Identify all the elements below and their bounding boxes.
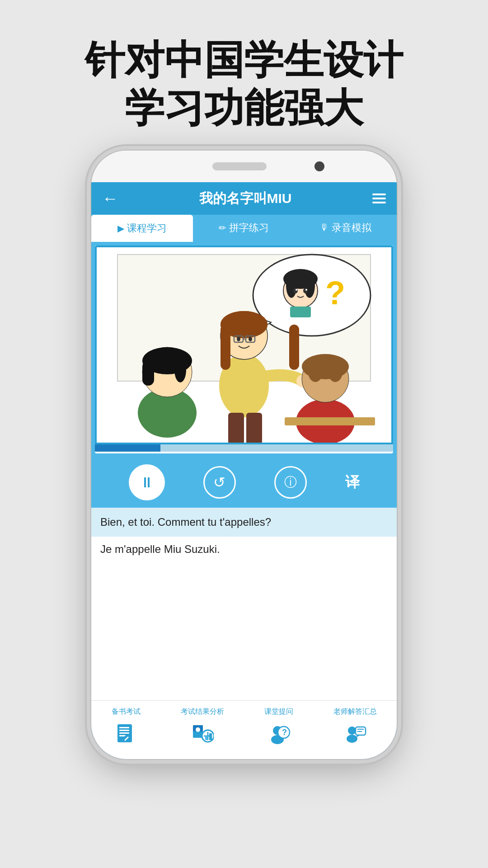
- phone-camera: [314, 161, 324, 171]
- subtitle-area-2: Je m'appelle Miu Suzuki.: [91, 537, 397, 562]
- mic-icon: 🎙: [320, 222, 329, 233]
- svg-point-51: [196, 727, 200, 732]
- svg-point-6: [286, 273, 297, 298]
- svg-point-24: [249, 337, 252, 341]
- nav-item-question[interactable]: 课堂提问 ?: [264, 707, 293, 748]
- playback-controls: ⏸ ↺ ⓘ 译: [91, 457, 397, 508]
- subtitle-area: Bien, et toi. Comment tu t'appelles?: [91, 508, 397, 537]
- phone: ← 我的名字叫MIU ▶ 课程学习 ✏ 拼字练习: [90, 150, 398, 760]
- nav-results-icon: [188, 719, 217, 748]
- bottom-nav: 备书考试: [91, 700, 397, 759]
- svg-text:?: ?: [325, 275, 345, 311]
- svg-point-38: [328, 362, 343, 382]
- menu-line-1: [372, 193, 386, 195]
- nav-teacher-label: 老师解答汇总: [333, 707, 377, 717]
- tab-recording[interactable]: 🎙 录音模拟: [295, 215, 397, 242]
- svg-point-19: [221, 311, 267, 338]
- svg-rect-44: [119, 732, 129, 734]
- svg-point-9: [303, 288, 308, 293]
- nav-item-results[interactable]: 考试结果分析: [181, 707, 224, 748]
- replay-icon: ↺: [213, 474, 225, 491]
- tab-spelling-label: 拼字练习: [229, 221, 269, 235]
- tab-bar: ▶ 课程学习 ✏ 拼字练习 🎙 录音模拟: [91, 215, 397, 242]
- svg-rect-39: [285, 417, 375, 425]
- menu-line-3: [372, 202, 386, 203]
- svg-point-61: [348, 726, 356, 735]
- nav-question-label: 课堂提问: [264, 707, 293, 717]
- comic-scene: ?: [95, 245, 393, 444]
- pencil-icon: ✏: [219, 222, 226, 233]
- svg-rect-42: [119, 727, 129, 728]
- header-section: 针对中国学生设计 学习功能强大: [0, 0, 488, 150]
- svg-rect-18: [289, 325, 299, 370]
- info-icon: ⓘ: [284, 474, 297, 491]
- progress-fill: [95, 444, 160, 452]
- svg-rect-43: [119, 730, 129, 731]
- svg-rect-56: [209, 733, 212, 740]
- translate-button[interactable]: 译: [345, 472, 360, 492]
- svg-rect-55: [205, 736, 208, 740]
- svg-point-10: [296, 289, 297, 291]
- tab-course-study[interactable]: ▶ 课程学习: [91, 215, 193, 242]
- screen-title: 我的名字叫MIU: [199, 189, 292, 208]
- svg-rect-26: [246, 413, 262, 444]
- svg-point-8: [293, 288, 298, 293]
- svg-point-33: [174, 357, 186, 382]
- tab-spelling[interactable]: ✏ 拼字练习: [193, 215, 295, 242]
- progress-bar: [95, 444, 393, 452]
- svg-point-62: [347, 735, 357, 743]
- svg-point-7: [304, 273, 315, 298]
- svg-text:?: ?: [282, 728, 287, 737]
- replay-button[interactable]: ↺: [203, 466, 236, 499]
- svg-rect-31: [142, 361, 154, 386]
- pause-icon: ⏸: [140, 474, 154, 491]
- svg-point-37: [308, 362, 323, 382]
- svg-point-11: [305, 289, 307, 291]
- video-container: ?: [95, 245, 393, 453]
- nav-item-teacher[interactable]: 老师解答汇总: [333, 707, 377, 748]
- phone-wrapper: ← 我的名字叫MIU ▶ 课程学习 ✏ 拼字练习: [0, 150, 488, 760]
- phone-top: [91, 151, 397, 182]
- nav-exam-label: 备书考试: [112, 707, 141, 717]
- tab-recording-label: 录音模拟: [332, 221, 371, 235]
- nav-question-icon: ?: [264, 719, 293, 748]
- nav-teacher-icon: [341, 719, 370, 748]
- back-button[interactable]: ←: [102, 189, 118, 208]
- menu-button[interactable]: [372, 193, 386, 203]
- svg-rect-25: [228, 413, 244, 444]
- play-icon: ▶: [117, 223, 124, 234]
- nav-item-exam[interactable]: 备书考试: [112, 707, 141, 748]
- svg-point-23: [237, 337, 240, 341]
- tab-course-label: 课程学习: [127, 222, 167, 235]
- menu-line-2: [372, 198, 386, 199]
- header-title: 针对中国学生设计 学习功能强大: [0, 36, 488, 132]
- nav-results-label: 考试结果分析: [181, 707, 224, 717]
- phone-speaker: [212, 162, 267, 170]
- info-button[interactable]: ⓘ: [274, 466, 307, 499]
- subtitle-line-2: Je m'appelle Miu Suzuki.: [100, 541, 388, 557]
- comic-illustration: ?: [95, 245, 393, 444]
- subtitle-line-1: Bien, et toi. Comment tu t'appelles?: [100, 514, 388, 530]
- top-bar: ← 我的名字叫MIU: [91, 182, 397, 215]
- content-spacer: [91, 562, 397, 700]
- app-screen: ← 我的名字叫MIU ▶ 课程学习 ✏ 拼字练习: [91, 182, 397, 759]
- pause-button[interactable]: ⏸: [129, 464, 165, 500]
- nav-exam-icon: [112, 719, 141, 748]
- svg-rect-12: [290, 307, 311, 317]
